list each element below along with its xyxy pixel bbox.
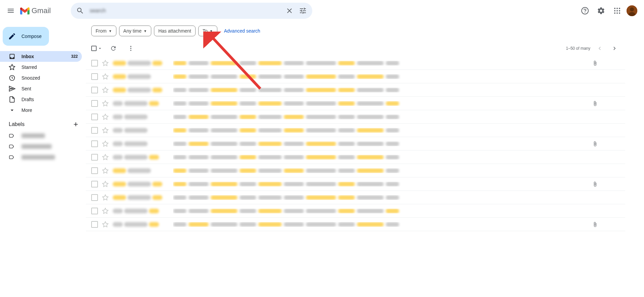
row-star[interactable] [102, 127, 109, 134]
add-label-button[interactable] [72, 121, 79, 128]
row-star[interactable] [102, 140, 109, 147]
star-outline-icon [102, 221, 109, 228]
row-star[interactable] [102, 100, 109, 107]
row-star[interactable] [102, 208, 109, 214]
row-star[interactable] [102, 114, 109, 120]
row-star[interactable] [102, 221, 109, 228]
label-icon [9, 144, 14, 149]
row-checkbox[interactable] [91, 167, 98, 174]
svg-point-1 [585, 12, 585, 13]
account-avatar[interactable] [627, 5, 637, 16]
sidebar-item-starred[interactable]: Starred [0, 62, 82, 73]
attachment-icon [592, 60, 598, 66]
filter-chip-attachment[interactable]: Has attachment [154, 26, 196, 36]
select-dropdown-button[interactable] [97, 46, 103, 51]
chip-label: From [96, 28, 107, 34]
svg-point-2 [614, 8, 615, 9]
svg-point-16 [130, 48, 131, 49]
row-checkbox[interactable] [91, 87, 98, 93]
more-actions-button[interactable] [124, 42, 138, 55]
row-sender-blurred [113, 155, 173, 160]
email-row[interactable] [86, 70, 625, 83]
sidebar-item-snoozed[interactable]: Snoozed [0, 73, 82, 83]
row-checkbox[interactable] [91, 154, 98, 161]
star-icon [9, 64, 15, 71]
gear-icon [597, 7, 605, 15]
gmail-logo-text: Gmail [32, 6, 51, 15]
pager: 1–50 of many [566, 43, 620, 54]
row-checkbox[interactable] [91, 100, 98, 107]
filter-chip-anytime[interactable]: Any time ▼ [119, 26, 151, 36]
row-checkbox[interactable] [91, 221, 98, 228]
filter-chip-from[interactable]: From ▼ [91, 26, 116, 36]
email-row[interactable] [86, 177, 625, 191]
svg-point-12 [630, 7, 634, 11]
email-row[interactable] [86, 83, 625, 97]
attachment-icon [592, 181, 598, 187]
search-options-button[interactable] [296, 4, 310, 17]
row-star[interactable] [102, 73, 109, 80]
row-star[interactable] [102, 60, 109, 67]
label-item[interactable] [0, 130, 86, 141]
star-outline-icon [102, 167, 109, 174]
attachment-icon [592, 141, 598, 146]
star-outline-icon [102, 181, 109, 187]
tune-icon [299, 7, 307, 15]
sidebar-item-drafts[interactable]: Drafts [0, 94, 82, 105]
gmail-logo[interactable]: Gmail [20, 6, 51, 15]
compose-button[interactable]: Compose [3, 27, 49, 46]
label-item[interactable] [0, 152, 86, 163]
select-all-checkbox[interactable] [91, 46, 97, 51]
email-row[interactable] [86, 218, 625, 231]
star-outline-icon [102, 127, 109, 134]
row-checkbox[interactable] [91, 194, 98, 201]
row-star[interactable] [102, 167, 109, 174]
row-checkbox[interactable] [91, 208, 98, 214]
close-icon [285, 7, 293, 15]
email-row[interactable] [86, 97, 625, 110]
sidebar-item-sent[interactable]: Sent [0, 83, 82, 94]
row-checkbox[interactable] [91, 60, 98, 67]
row-checkbox[interactable] [91, 140, 98, 147]
search-button[interactable] [73, 4, 87, 17]
label-item[interactable] [0, 141, 86, 152]
email-row[interactable] [86, 164, 625, 177]
pager-next-button[interactable] [609, 43, 620, 54]
search-input[interactable] [87, 8, 283, 14]
sidebar-item-more[interactable]: More [0, 105, 82, 116]
star-outline-icon [102, 60, 109, 67]
email-row[interactable] [86, 191, 625, 204]
label-icon [9, 133, 14, 138]
row-subject-blurred [173, 155, 600, 160]
email-row[interactable] [86, 137, 625, 151]
support-button[interactable] [578, 4, 592, 17]
label-text-blurred [21, 144, 52, 149]
filter-chip-to[interactable]: To ▼ [198, 26, 217, 36]
settings-button[interactable] [594, 4, 608, 17]
row-checkbox[interactable] [91, 127, 98, 134]
row-checkbox[interactable] [91, 114, 98, 120]
advanced-search-link[interactable]: Advanced search [224, 28, 260, 34]
clear-search-button[interactable] [283, 4, 296, 17]
row-star[interactable] [102, 87, 109, 93]
main-content: From ▼ Any time ▼ Has attachment To ▼ Ad… [86, 22, 625, 297]
email-row[interactable] [86, 124, 625, 137]
row-checkbox[interactable] [91, 181, 98, 187]
apps-button[interactable] [610, 4, 624, 17]
email-row[interactable] [86, 151, 625, 164]
row-star[interactable] [102, 154, 109, 161]
nav-count: 322 [71, 54, 78, 59]
sidebar-item-inbox[interactable]: Inbox 322 [0, 51, 82, 62]
row-subject-blurred [173, 182, 590, 186]
email-row[interactable] [86, 110, 625, 124]
row-checkbox[interactable] [91, 73, 98, 80]
row-star[interactable] [102, 181, 109, 187]
row-star[interactable] [102, 194, 109, 201]
hamburger-icon [7, 7, 15, 15]
chevron-left-icon [596, 45, 603, 52]
email-row[interactable] [86, 204, 625, 218]
attachment-icon [592, 101, 598, 106]
email-row[interactable] [86, 56, 625, 70]
main-menu-button[interactable] [3, 3, 19, 19]
refresh-button[interactable] [107, 42, 120, 55]
